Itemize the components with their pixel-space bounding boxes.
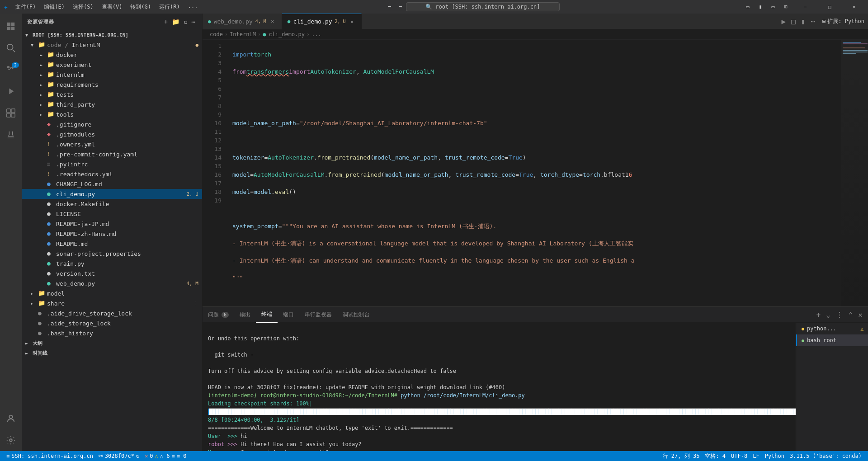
tree-item-aide-drive[interactable]: ● .aide_drive_storage_lock [22, 308, 202, 318]
split-editor-btn[interactable]: □ [789, 16, 797, 27]
tree-item-gitignore[interactable]: ◆ .gitignore [22, 119, 202, 129]
nav-forward[interactable]: → [395, 2, 406, 10]
settings-layout-btn[interactable]: ▭ [742, 3, 753, 11]
tree-item-third-party[interactable]: ► 📁 third_party [22, 99, 202, 109]
tree-item-readme-zh[interactable]: ● README-zh-Hans.md [22, 229, 202, 239]
terminal-output[interactable]: Or undo this operation with: git switch … [203, 323, 796, 451]
terminal-item-python[interactable]: ● python... △ [796, 323, 868, 334]
status-encoding[interactable]: UTF-8 [728, 451, 750, 461]
tree-item-web-demo[interactable]: ● web_demo.py 4, M [22, 278, 202, 288]
tree-item-gitmodules[interactable]: ◆ .gitmodules [22, 129, 202, 139]
panel-tab-serial[interactable]: 串行监视器 [299, 307, 337, 323]
status-branch[interactable]: ⚯ 3028f07c* ↻ [96, 451, 142, 461]
menu-edit[interactable]: 编辑(E) [40, 2, 68, 12]
panel-tab-debug[interactable]: 调试控制台 [337, 307, 375, 323]
status-ssh[interactable]: ≡ SSH: ssh.intern-ai.org.cn [4, 451, 96, 461]
extension-tab[interactable]: ⊞ 扩展: Python [822, 18, 864, 25]
nav-back[interactable]: ← [384, 2, 395, 10]
refresh-btn[interactable]: ↻ [183, 17, 189, 26]
more-actions-btn[interactable]: ⋯ [809, 16, 817, 27]
tab-close-btn[interactable]: ✕ [269, 18, 276, 25]
activity-source-control[interactable]: 2 [0, 59, 22, 80]
status-position[interactable]: 行 27, 列 35 [660, 451, 703, 461]
tree-item-readme[interactable]: ● README.md [22, 239, 202, 249]
panel-close-btn[interactable]: ✕ [856, 310, 864, 320]
panel-tab-terminal[interactable]: 终端 [256, 307, 278, 323]
close-button[interactable]: ✕ [844, 0, 864, 14]
status-errors[interactable]: ✕ 0 △ △ 6 ≡ ≡ 0 [142, 451, 189, 461]
tree-item-tests[interactable]: ► 📁 tests [22, 89, 202, 99]
activity-extensions[interactable] [0, 102, 22, 124]
panel-tab-output[interactable]: 输出 [234, 307, 256, 323]
terminal-more-btn[interactable]: ⌄ [824, 310, 832, 320]
activity-test[interactable] [0, 124, 22, 146]
tree-item-changelog[interactable]: ● CHANGE_LOG.md [22, 179, 202, 189]
menu-view[interactable]: 查看(V) [98, 2, 126, 12]
panel-maximize-btn[interactable]: ⌃ [847, 310, 855, 320]
new-folder-btn[interactable]: 📁 [171, 17, 181, 26]
tree-item-readthedocs[interactable]: ! .readthedocs.yml [22, 169, 202, 179]
breadcrumb-internlm[interactable]: InternLM [230, 31, 256, 38]
menu-run[interactable]: 运行(R) [156, 2, 184, 12]
toggle-sidebar-btn[interactable]: ▮ [755, 3, 766, 11]
tree-item-aide-storage[interactable]: ● .aide_storage_lock [22, 318, 202, 328]
tree-item-cli-demo[interactable]: ● cli_demo.py 2, U [22, 189, 202, 199]
tree-item-requirements[interactable]: ► 📁 requirements [22, 80, 202, 89]
breadcrumb-file[interactable]: cli_demo.py [269, 31, 304, 38]
tree-item-internlm[interactable]: ▼ 📁 code / InternLM ● [22, 40, 202, 50]
tree-item-docker[interactable]: ► 📁 docker [22, 50, 202, 60]
status-python-version[interactable]: 3.11.5 ('base': conda) [787, 451, 864, 461]
activity-explorer[interactable] [0, 15, 22, 37]
tab-close-btn[interactable]: ✕ [349, 18, 356, 25]
tab-cli-demo[interactable]: ● cli_demo.py 2, U ✕ [282, 14, 362, 29]
maximize-button[interactable]: □ [819, 0, 840, 14]
status-line-ending[interactable]: LF [750, 451, 762, 461]
tree-item-timeline[interactable]: ► 时间线 [22, 348, 202, 358]
status-spaces[interactable]: 空格: 4 [702, 451, 728, 461]
tree-item-share[interactable]: ► 📁 share ⋮ [22, 298, 202, 308]
layout-btn[interactable]: ⊞ [780, 3, 791, 11]
activity-run[interactable] [0, 80, 22, 102]
code-editor[interactable]: 1 2 3 4 5 6 7 8 9 10 11 12 13 14 15 16 1… [203, 40, 868, 306]
tree-item-docker-makefile[interactable]: ● docker.Makefile [22, 199, 202, 209]
tree-item-precommit[interactable]: ! .pre-commit-config.yaml [22, 149, 202, 159]
activity-search[interactable] [0, 37, 22, 59]
toggle-layout-btn[interactable]: ▮ [799, 16, 807, 27]
tree-item-readme-ja[interactable]: ● README-ja-JP.md [22, 219, 202, 229]
toggle-panel-btn[interactable]: ▭ [768, 3, 778, 11]
panel-tab-problems[interactable]: 问题 6 [203, 307, 234, 323]
tree-item-outline[interactable]: ► 大纲 [22, 338, 202, 348]
breadcrumb-code[interactable]: code [210, 31, 223, 38]
tree-item-bash-history[interactable]: ● .bash_history [22, 328, 202, 338]
tree-item-experiment[interactable]: ► 📁 experiment [22, 60, 202, 70]
panel-tab-ports[interactable]: 端口 [278, 307, 299, 323]
new-file-btn[interactable]: + [163, 17, 169, 26]
menu-select[interactable]: 选择(S) [69, 2, 97, 12]
tree-item-sonar[interactable]: ● sonar-project.properties [22, 249, 202, 259]
tree-item-pylintrc[interactable]: ≡ .pylintrc [22, 159, 202, 169]
tree-item-version[interactable]: ● version.txt [22, 268, 202, 278]
tree-item-model[interactable]: ► 📁 model [22, 288, 202, 298]
title-search[interactable]: 🔍 root [SSH: ssh.intern-ai.org.cn] [406, 2, 560, 11]
menu-more[interactable]: ... [184, 2, 202, 12]
menu-goto[interactable]: 转到(G) [127, 2, 155, 12]
collapse-btn[interactable]: ⋯ [191, 17, 197, 26]
status-language[interactable]: Python [762, 451, 787, 461]
minimize-button[interactable]: − [795, 0, 816, 14]
activity-settings[interactable] [0, 429, 22, 451]
run-button[interactable]: ▶ [779, 16, 788, 27]
terminal-split-btn[interactable]: ⋮ [834, 310, 845, 320]
tree-item-internlm-pkg[interactable]: ► 📁 internlm [22, 70, 202, 80]
tab-web-demo[interactable]: ● web_demo.py 4, M ✕ [203, 14, 282, 29]
tree-item-license[interactable]: ● LICENSE [22, 209, 202, 219]
tree-item-tools[interactable]: ► 📁 tools [22, 109, 202, 119]
breadcrumb-more[interactable]: ... [311, 31, 321, 38]
activity-account[interactable] [0, 408, 22, 429]
terminal-item-bash[interactable]: ● bash root [796, 334, 868, 346]
tree-item-train[interactable]: ● train.py [22, 259, 202, 268]
add-terminal-btn[interactable]: + [814, 310, 822, 320]
menu-file[interactable]: 文件(F) [12, 2, 40, 12]
tree-root[interactable]: ▼ ROOT [SSH: SSH.INTERN-AI.ORG.CN] [22, 30, 202, 40]
tree-item-owners[interactable]: ! .owners.yml [22, 139, 202, 149]
code-content[interactable]: import torch from transformers import Au… [225, 40, 841, 306]
